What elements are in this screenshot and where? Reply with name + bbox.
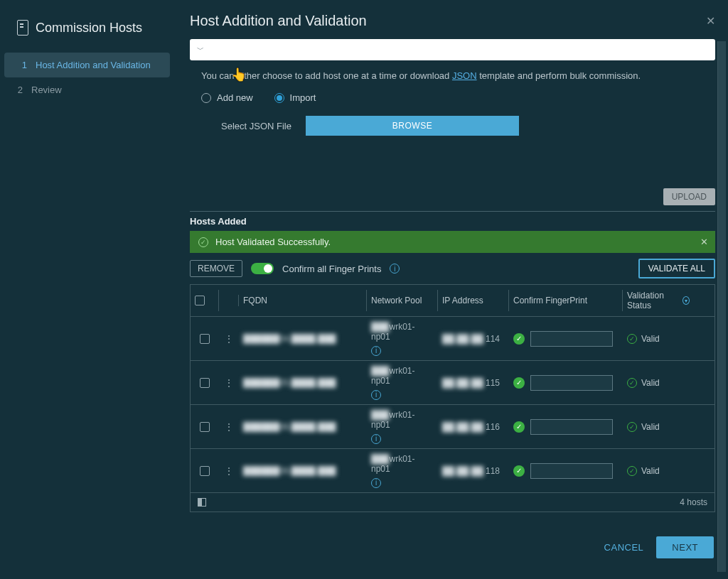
main-panel: ✕ Host Addition and Validation ﹀ You can…: [174, 0, 728, 579]
fingerprint-confirmed-icon: ✓: [513, 333, 525, 345]
validation-status: ✓Valid: [627, 378, 690, 388]
accordion-toggle[interactable]: ﹀: [190, 39, 715, 60]
row-actions-menu[interactable]: ⋮: [224, 333, 234, 345]
ip-value: ██.██.██.116: [442, 422, 505, 432]
header-validation-status[interactable]: Validation Status▾: [623, 285, 694, 316]
wizard-sidebar: Commission Hosts 1 Host Addition and Val…: [0, 0, 174, 579]
json-template-link[interactable]: JSON: [452, 70, 477, 81]
row-checkbox[interactable]: [200, 378, 210, 388]
check-circle-icon: ✓: [198, 237, 208, 247]
row-count: 4 hosts: [680, 497, 707, 507]
fingerprint-input[interactable]: [530, 375, 613, 391]
row-checkbox[interactable]: [200, 334, 210, 344]
upload-button[interactable]: UPLOAD: [663, 188, 715, 205]
sidebar-title-text: Commission Hosts: [36, 21, 142, 36]
cancel-button[interactable]: CANCEL: [604, 536, 644, 558]
wizard-step-host-addition[interactable]: 1 Host Addition and Validation: [4, 53, 170, 77]
pool-value: ███wrk01-np01: [371, 410, 434, 430]
mode-selector: Add new Import: [190, 88, 715, 116]
row-actions-menu[interactable]: ⋮: [224, 465, 234, 477]
ip-value: ██.██.██.118: [442, 466, 505, 476]
header-ip-address[interactable]: IP Address: [438, 290, 509, 311]
validate-all-button[interactable]: VALIDATE ALL: [638, 259, 715, 278]
success-banner: ✓ Host Validated Successfully. ✕: [190, 231, 715, 253]
hosts-added-heading: Hosts Added: [190, 216, 715, 227]
step-label: Host Addition and Validation: [36, 60, 151, 70]
validation-status: ✓Valid: [627, 334, 690, 344]
file-label: Select JSON File: [221, 121, 291, 131]
radio-add-new[interactable]: Add new: [201, 92, 253, 103]
browse-button[interactable]: BROWSE: [306, 116, 519, 136]
step-label: Review: [31, 85, 62, 95]
step-number: 1: [17, 60, 27, 70]
pool-value: ███wrk01-np01: [371, 322, 434, 342]
close-icon[interactable]: ✕: [706, 14, 715, 28]
info-icon[interactable]: i: [371, 346, 381, 356]
server-icon: [17, 20, 28, 36]
fqdn-value: ██████04.████.███: [243, 334, 363, 344]
ip-value: ██.██.██.114: [442, 334, 505, 344]
table-footer: 4 hosts: [191, 493, 714, 512]
info-icon[interactable]: i: [371, 434, 381, 444]
table-header-row: FQDN Network Pool IP Address Confirm Fin…: [191, 285, 714, 317]
confirm-all-toggle[interactable]: [251, 263, 274, 274]
fingerprint-input[interactable]: [530, 331, 613, 347]
table-row: ⋮ ██████08.████.███ ███wrk01-np01i ██.██…: [191, 449, 714, 493]
pool-value: ███wrk01-np01: [371, 366, 434, 386]
info-icon[interactable]: i: [390, 264, 400, 274]
row-checkbox[interactable]: [200, 422, 210, 432]
success-message: Host Validated Successfully.: [215, 237, 331, 247]
table-row: ⋮ ██████04.████.███ ███wrk01-np01i ██.██…: [191, 317, 714, 361]
header-fqdn[interactable]: FQDN: [239, 290, 367, 311]
file-select-row: Select JSON File BROWSE: [190, 116, 715, 136]
table-row: ⋮ ██████06.████.███ ███wrk01-np01i ██.██…: [191, 405, 714, 449]
step-number: 2: [13, 85, 23, 95]
select-all-checkbox[interactable]: [195, 296, 205, 305]
row-checkbox[interactable]: [200, 466, 210, 476]
hosts-table: FQDN Network Pool IP Address Confirm Fin…: [190, 284, 715, 512]
fqdn-value: ██████06.████.███: [243, 422, 363, 432]
validation-status: ✓Valid: [627, 422, 690, 432]
radio-import[interactable]: Import: [274, 92, 316, 103]
validation-status: ✓Valid: [627, 466, 690, 476]
ip-value: ██.██.██.115: [442, 378, 505, 388]
confirm-all-label: Confirm all Finger Prints: [282, 264, 381, 274]
row-actions-menu[interactable]: ⋮: [224, 377, 234, 389]
radio-icon: [274, 93, 284, 103]
fingerprint-confirmed-icon: ✓: [513, 421, 525, 433]
fingerprint-input[interactable]: [530, 419, 613, 435]
pool-value: ███wrk01-np01: [371, 454, 434, 474]
header-checkbox-cell: [191, 290, 219, 311]
next-button[interactable]: NEXT: [656, 536, 714, 558]
wizard-step-review[interactable]: 2 Review: [0, 77, 174, 102]
column-toggle-icon[interactable]: [198, 498, 206, 507]
description-text: You can either choose to add host one at…: [190, 70, 715, 88]
fqdn-value: ██████08.████.███: [243, 466, 363, 476]
sidebar-title: Commission Hosts: [0, 13, 174, 53]
radio-icon: [201, 93, 211, 103]
table-row: ⋮ ██████05.████.███ ███wrk01-np01i ██.██…: [191, 361, 714, 405]
divider: [190, 211, 715, 212]
chevron-down-icon: ﹀: [197, 45, 204, 55]
scrollbar[interactable]: [717, 41, 726, 572]
fqdn-value: ██████05.████.███: [243, 378, 363, 388]
page-title: Host Addition and Validation: [190, 13, 715, 29]
wizard-footer: CANCEL NEXT: [190, 512, 715, 558]
info-icon[interactable]: i: [371, 390, 381, 400]
fingerprint-confirmed-icon: ✓: [513, 377, 525, 389]
row-actions-menu[interactable]: ⋮: [224, 421, 234, 433]
header-network-pool[interactable]: Network Pool: [367, 290, 438, 311]
filter-icon[interactable]: ▾: [682, 296, 690, 305]
header-actions-cell: [219, 295, 239, 306]
info-icon[interactable]: i: [371, 478, 381, 488]
fingerprint-confirmed-icon: ✓: [513, 465, 525, 477]
header-confirm-fingerprint[interactable]: Confirm FingerPrint: [509, 290, 623, 311]
table-toolbar: REMOVE Confirm all Finger Prints i VALID…: [190, 259, 715, 278]
dismiss-banner-icon[interactable]: ✕: [700, 237, 708, 247]
remove-button[interactable]: REMOVE: [190, 260, 242, 277]
fingerprint-input[interactable]: [530, 463, 613, 479]
